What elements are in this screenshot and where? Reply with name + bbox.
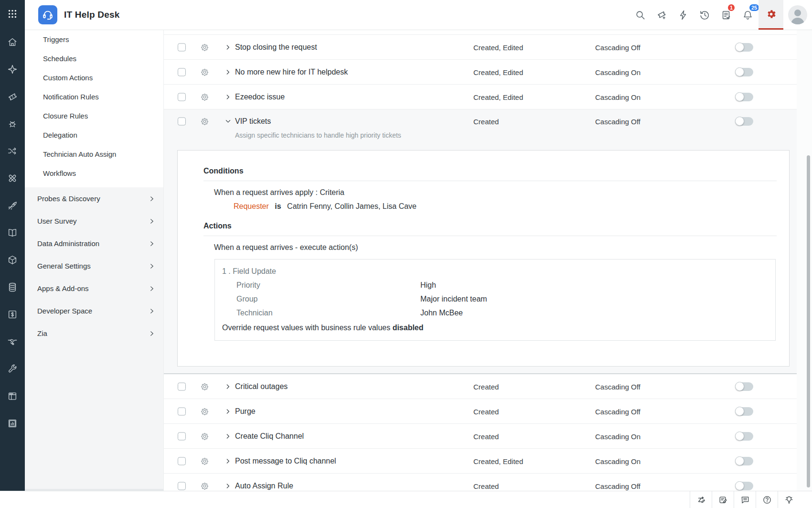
comment-icon[interactable] [734,491,756,508]
rule-name[interactable]: Critical outages [235,382,288,391]
row-settings-icon[interactable] [201,93,209,101]
sidebar-item-closure-rules[interactable]: Closure Rules [25,106,163,125]
rule-name[interactable]: Purge [235,407,256,416]
sidebar-item-developer-space[interactable]: Developer Space [25,300,163,322]
chevron-right-icon[interactable] [224,482,232,489]
rule-toggle[interactable] [736,117,753,126]
four-point-star-icon[interactable] [6,63,19,76]
sidebar-item-custom-actions[interactable]: Custom Actions [25,68,163,87]
sidebar-item-data-administration[interactable]: Data Administration [25,232,163,255]
sidebar-item-workflows[interactable]: Workflows [25,163,163,183]
rule-toggle[interactable] [736,457,753,465]
row-settings-icon[interactable] [201,482,209,490]
avatar[interactable] [788,5,807,24]
chevron-right-icon[interactable] [224,43,232,51]
sidebar-item-technician-auto-assign[interactable]: Technician Auto Assign [25,144,163,163]
shuffle-icon[interactable] [6,145,19,157]
row-checkbox[interactable] [178,407,186,415]
row-checkbox[interactable] [178,118,186,126]
rule-toggle[interactable] [736,93,753,101]
history-icon[interactable] [694,0,716,30]
sidebar-item-user-survey[interactable]: User Survey [25,210,163,232]
book-icon[interactable] [6,227,19,239]
app-logo[interactable] [38,5,57,24]
chevron-right-icon[interactable] [224,93,232,100]
rule-toggle[interactable] [736,482,753,490]
chevron-right-icon[interactable] [224,383,232,390]
avatar[interactable] [783,0,812,30]
ticket-icon[interactable] [6,90,19,103]
row-settings-icon[interactable] [201,382,209,390]
row-checkbox[interactable] [178,93,186,101]
row-settings-icon[interactable] [201,68,209,76]
add-ticket-icon[interactable] [651,0,673,30]
rule-name[interactable]: VIP tickets [235,117,271,126]
sidebar-item-probes-discovery[interactable]: Probes & Discovery [25,187,163,210]
chevron-right-icon [149,241,155,247]
row-checkbox[interactable] [178,482,186,490]
rule-toggle[interactable] [736,43,753,52]
rule-toggle[interactable] [736,432,753,441]
quick-actions-icon[interactable] [673,0,694,30]
approvals-icon[interactable]: 1 [716,0,737,30]
rule-name[interactable]: Auto Assign Rule [235,482,293,490]
row-settings-icon[interactable] [201,407,209,415]
crossed-tools-icon[interactable] [6,172,19,184]
override-text: Override request values with business ru… [222,324,390,332]
row-settings-icon[interactable] [201,43,209,51]
rule-toggle[interactable] [736,68,753,76]
rule-name[interactable]: Create Cliq Channel [235,432,304,441]
cube-icon[interactable] [6,254,19,266]
row-settings-icon[interactable] [201,457,209,465]
rule-name[interactable]: Post message to Cliq channel [235,457,336,465]
sidebar-item-triggers[interactable]: Triggers [25,30,163,49]
scrolled-row-sliver [164,30,797,35]
sidebar-item-schedules[interactable]: Schedules [25,49,163,68]
app-launcher-icon[interactable] [6,8,19,20]
search-icon[interactable] [630,0,651,30]
lightbulb-icon[interactable] [778,491,800,508]
rule-toggle[interactable] [736,382,753,391]
sidebar-item-general-settings[interactable]: General Settings [25,255,163,277]
chevron-right-icon[interactable] [224,68,232,76]
rule-name[interactable]: Ezeedoc issue [235,93,285,101]
help-icon[interactable] [756,491,778,508]
chevron-right-icon[interactable] [224,432,232,440]
chevron-right-icon[interactable] [224,457,232,465]
row-settings-icon[interactable] [201,432,209,440]
note-edit-icon[interactable] [712,491,734,508]
settings-icon[interactable] [759,0,783,30]
dollar-square-icon[interactable] [6,308,19,321]
window-layout-icon[interactable] [6,390,19,402]
handshake-icon[interactable] [6,335,19,348]
sidebar-item-apps-add-ons[interactable]: Apps & Add-ons [25,277,163,300]
top-header: IT Help Desk 125 [25,0,812,30]
chevron-down-icon[interactable] [224,118,232,125]
row-checkbox[interactable] [178,432,186,440]
sidebar-item-notification-rules[interactable]: Notification Rules [25,87,163,106]
rule-toggle[interactable] [736,407,753,416]
rule-name[interactable]: No more new hire for IT helpdesk [235,68,348,76]
approvals-badge: 1 [727,3,736,12]
sidebar-item-delegation[interactable]: Delegation [25,125,163,144]
row-checkbox[interactable] [178,43,186,51]
chart-square-icon[interactable] [6,417,19,430]
wrench-icon[interactable] [6,363,19,375]
vertical-scrollbar[interactable] [807,155,810,487]
database-icon[interactable] [6,281,19,293]
sidebar-item-zia[interactable]: Zia [25,322,163,345]
criteria-field-link[interactable]: Requester [234,202,269,210]
row-settings-icon[interactable] [201,118,209,126]
row-checkbox[interactable] [178,68,186,76]
bug-icon[interactable] [6,118,19,130]
rule-name[interactable]: Stop closing the request [235,43,317,52]
chevron-right-icon[interactable] [224,408,232,415]
notifications-icon[interactable]: 25 [737,0,759,30]
zia-icon[interactable] [690,491,712,508]
rocket-icon[interactable] [6,199,19,212]
row-checkbox[interactable] [178,382,186,390]
row-checkbox[interactable] [178,457,186,465]
rule-cascading: Cascading On [595,68,641,76]
home-icon[interactable] [6,36,19,48]
rule-events: Created [473,482,499,490]
